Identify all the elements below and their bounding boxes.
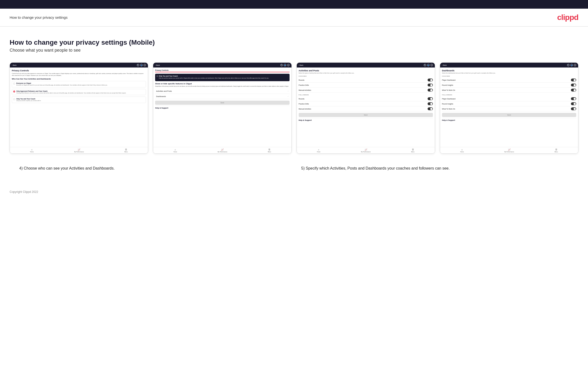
option-everyone-label: Everyone on Clippd [16, 82, 107, 84]
activities-posts-title: Activities and Posts [299, 69, 433, 72]
nav-home-1[interactable]: ⌂ Home [30, 149, 34, 152]
toggle-player-coaches: Player Dashboard [442, 78, 576, 83]
toggle-rounds-coaches-control[interactable] [428, 79, 433, 81]
toggle-work-on-followers: What To Work On [442, 106, 576, 111]
toggle-player-followers: Player Dashboard [442, 96, 576, 101]
save-button-2[interactable]: Save [155, 101, 289, 105]
toggle-work-on-followers-label: What To Work On [442, 108, 455, 110]
toggle-round-insights-followers-control[interactable] [571, 102, 576, 105]
toggle-work-on-followers-control[interactable] [571, 107, 576, 110]
home-icon-4: ⌂ [460, 149, 463, 151]
search-icon-3[interactable]: 🔍 [424, 64, 426, 66]
people-icon-4[interactable]: 👥 [571, 64, 573, 66]
performance-icon-3: 📈 [364, 149, 367, 151]
toggle-practice-followers-control[interactable] [428, 102, 433, 105]
save-button-3[interactable]: Save [299, 113, 433, 117]
option-everyone[interactable]: Everyone on Clippd Everyone on Clippd ca… [12, 81, 146, 87]
nav-performance-2[interactable]: 📈 My Performance [218, 149, 227, 152]
back-button-1[interactable]: ‹ Back [12, 64, 17, 66]
back-button-2[interactable]: ‹ Back [155, 64, 160, 66]
nav-performance-1[interactable]: 📈 My Performance [74, 149, 84, 152]
search-icon-2[interactable]: 🔍 [280, 64, 283, 66]
privacy-tab-label[interactable]: Privacy Controls [155, 69, 169, 72]
dashboards-title: Dashboards [442, 69, 576, 72]
option-approved-text: Only Approved Followers and Your Coach O… [16, 90, 126, 94]
toggle-rounds-followers-control[interactable] [428, 97, 433, 100]
nav-home-label-1: Home [30, 151, 34, 152]
radio-coach-only[interactable] [13, 98, 15, 100]
dashboards-desc: Select the dashboards that you'd like to… [442, 72, 576, 74]
nav-menu-4[interactable]: ☰ Menu [554, 149, 558, 152]
radio-everyone[interactable] [13, 83, 15, 84]
people-icon-1[interactable]: 👥 [140, 64, 143, 66]
phone-topbar-2: ‹ Back 🔍 👥 ⚙ [153, 63, 291, 67]
coaches-label-3: COACHES [299, 75, 433, 77]
radio-approved[interactable] [13, 91, 15, 92]
toggle-round-insights-coaches: Round Insights [442, 83, 576, 88]
toggle-round-insights-followers: Round Insights [442, 101, 576, 106]
search-icon-1[interactable]: 🔍 [137, 64, 139, 66]
home-icon-3: ⌂ [317, 149, 320, 151]
privacy-tab-bar: Privacy Controls [155, 69, 289, 72]
nav-performance-label-2: My Performance [218, 151, 227, 152]
nav-home-2[interactable]: ⌂ Home [173, 149, 177, 152]
tooltip-content: Only You and Your Coach Only you and the… [159, 75, 269, 79]
settings-icon-1[interactable]: ⚙ [144, 64, 146, 66]
phone-mockup-3: ‹ Back 🔍 👥 ⚙ Activities and Posts Select… [296, 62, 435, 154]
logo: clippd [557, 13, 578, 22]
toggle-manual-followers-label: Manual Activities [299, 108, 311, 110]
nav-menu-1[interactable]: ☰ Menu [124, 149, 128, 152]
dashboards-label: Dashboards [156, 95, 166, 98]
caption-step5-area: 5) Specify which Activities, Posts and D… [296, 166, 579, 171]
nav-performance-4[interactable]: 📈 My Performance [504, 149, 514, 152]
nav-performance-3[interactable]: 📈 My Performance [361, 149, 371, 152]
privacy-controls-title-1: Privacy Controls [12, 69, 146, 72]
tooltip-box: Only You and Your Coach Only you and the… [155, 74, 289, 81]
nav-home-4[interactable]: ⌂ Home [460, 149, 464, 152]
toggle-player-followers-control[interactable] [571, 97, 576, 100]
toggle-manual-coaches-control[interactable] [428, 89, 433, 92]
menu-icon-3: ☰ [412, 149, 414, 151]
screenshots-grid: ‹ Back 🔍 👥 ⚙ Privacy Controls Control ho… [10, 62, 578, 154]
phone-footer-4: ⌂ Home 📈 My Performance ☰ Menu [440, 147, 578, 153]
settings-icon-3[interactable]: ⚙ [431, 64, 433, 66]
nav-menu-3[interactable]: ☰ Menu [411, 149, 415, 152]
toggle-round-insights-coaches-label: Round Insights [442, 84, 453, 86]
save-button-4[interactable]: Save [442, 113, 576, 117]
toggle-work-on-coaches-control[interactable] [571, 89, 576, 92]
activities-posts-item[interactable]: Activities and Posts › [155, 89, 289, 94]
topbar-icons-1: 🔍 👥 ⚙ [137, 64, 146, 66]
caption-step4: 4) Choose who can see your Activities an… [19, 166, 115, 171]
screen4-wrapper: ‹ Back 🔍 👥 ⚙ Dashboards Select the dashb… [440, 62, 578, 154]
nav-home-3[interactable]: ⌂ Home [317, 149, 320, 152]
settings-icon-2[interactable]: ⚙ [287, 64, 290, 66]
search-icon-4[interactable]: 🔍 [567, 64, 570, 66]
nav-menu-2[interactable]: ☰ Menu [268, 149, 271, 152]
toggle-manual-followers: Manual Activities [299, 106, 433, 111]
show-hide-section: Show or hide specific features in Clippd… [155, 83, 289, 87]
option-everyone-desc: Everyone on Clippd can search for you an… [16, 84, 107, 86]
option-approved-label: Only Approved Followers and Your Coach [16, 90, 126, 92]
toggle-practice-coaches-control[interactable] [428, 83, 433, 86]
nav-menu-label-1: Menu [124, 151, 128, 152]
tooltip-text: Only you and the coaches you connect wit… [159, 77, 269, 79]
people-icon-2[interactable]: 👥 [284, 64, 286, 66]
people-icon-3[interactable]: 👥 [427, 64, 430, 66]
tooltip-radio: Only You and Your Coach Only you and the… [156, 75, 288, 79]
tooltip-radio-dot [156, 75, 158, 77]
screen1-wrapper: ‹ Back 🔍 👥 ⚙ Privacy Controls Control ho… [10, 62, 148, 154]
phone-topbar-1: ‹ Back 🔍 👥 ⚙ [10, 63, 148, 67]
nav-performance-label-3: My Performance [361, 151, 371, 152]
settings-icon-4[interactable]: ⚙ [574, 64, 576, 66]
toggle-rounds-followers: Rounds [299, 96, 433, 101]
option-approved[interactable]: Only Approved Followers and Your Coach O… [12, 89, 146, 95]
option-coach-only[interactable]: Only You and Your Coach Only you and the… [12, 97, 146, 103]
toggle-manual-coaches-label: Manual Activities [299, 89, 311, 91]
toggle-player-coaches-control[interactable] [571, 79, 576, 81]
back-button-3[interactable]: ‹ Back [299, 64, 303, 66]
toggle-manual-followers-control[interactable] [428, 107, 433, 110]
toggle-round-insights-coaches-control[interactable] [571, 83, 576, 86]
toggle-manual-coaches: Manual Activities [299, 88, 433, 93]
dashboards-item[interactable]: Dashboards › [155, 94, 289, 99]
back-button-4[interactable]: ‹ Back [442, 64, 447, 66]
